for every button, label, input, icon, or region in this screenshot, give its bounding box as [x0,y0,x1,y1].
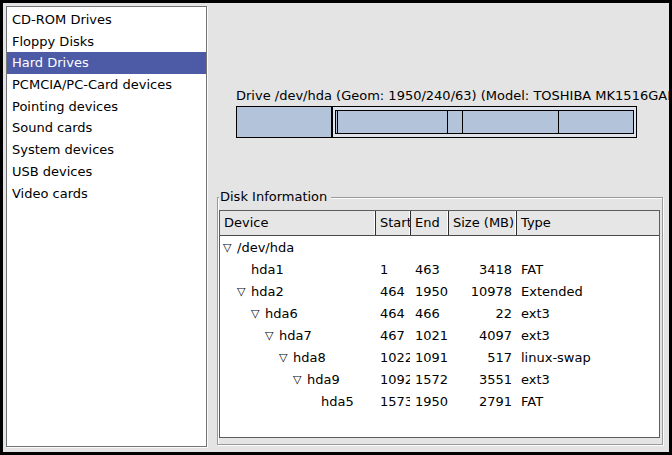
device-cell: ▽ hda6 [220,303,375,325]
column-header-type[interactable]: Type [516,211,659,235]
column-header-start[interactable]: Start [375,211,410,235]
size-cell: 517 [448,347,516,369]
size-cell: 10978 [448,281,516,303]
end-cell: 1950 [410,391,448,413]
table-row-hda5[interactable]: hda5 1573 1950 2791 FAT [220,391,659,413]
start-cell: 464 [375,303,410,325]
tree-indent [223,270,237,271]
size-cell: 22 [448,303,516,325]
device-name: hda9 [307,369,340,391]
column-header-size-mb[interactable]: Size (MB) [448,211,516,235]
disk-information-frame: Disk Information DeviceStartEndSize (MB)… [217,197,663,445]
tree-indent [223,292,237,293]
end-cell: 1021 [410,325,448,347]
sidebar-item-usb-devices[interactable]: USB devices [7,161,206,183]
end-cell: 466 [410,303,448,325]
table-row-hda8[interactable]: ▽ hda8 1022 1091 517 linux-swap [220,347,659,369]
partition-segment-hda7 [337,111,447,133]
start-cell: 467 [375,325,410,347]
start-cell: 1573 [375,391,410,413]
expander-triangle-icon[interactable]: ▽ [237,281,251,303]
partition-segment-hda5 [558,111,633,133]
start-cell [375,237,410,259]
expander-triangle-icon[interactable]: ▽ [223,237,237,259]
start-cell: 1 [375,259,410,281]
drive-title: Drive /dev/hda (Geom: 1950/240/63) (Mode… [236,88,646,103]
start-cell: 1092 [375,369,410,391]
logical-partition-container [335,110,634,134]
expander-triangle-icon[interactable]: ▽ [279,347,293,369]
table-row-hda1[interactable]: hda1 1 463 3418 FAT [220,259,659,281]
sidebar-item-floppy-disks[interactable]: Floppy Disks [7,31,206,53]
partition-bar [236,106,637,138]
partition-segment-hda8 [447,111,462,133]
device-name: hda5 [321,391,354,413]
table-row-hda7[interactable]: ▽ hda7 467 1021 4097 ext3 [220,325,659,347]
sidebar-item-label: Floppy Disks [12,34,94,49]
tree-indent [223,358,279,359]
end-cell: 1950 [410,281,448,303]
device-name: hda7 [279,325,312,347]
sidebar-item-label: CD-ROM Drives [12,12,112,27]
sidebar-item-hard-drives[interactable]: Hard Drives [7,52,206,74]
sidebar-item-sound-cards[interactable]: Sound cards [7,117,206,139]
device-cell: ▽ hda2 [220,281,375,303]
type-cell: linux-swap [516,347,659,369]
size-cell [448,237,516,259]
partition-segment-hda2 [332,106,637,138]
end-cell: 1572 [410,369,448,391]
device-cell: ▽ hda9 [220,369,375,391]
device-cell: ▽ hda7 [220,325,375,347]
table-row-dev-hda[interactable]: ▽ /dev/hda [220,237,659,259]
device-name: hda8 [293,347,326,369]
device-cell: hda5 [220,391,375,413]
device-name: hda6 [265,303,298,325]
device-cell: hda1 [220,259,375,281]
sidebar-item-system-devices[interactable]: System devices [7,139,206,161]
expander-triangle-icon[interactable]: ▽ [293,369,307,391]
size-cell: 3418 [448,259,516,281]
tree-indent [223,402,307,403]
disk-table: DeviceStartEndSize (MB)Type ▽ /dev/hda h… [219,210,660,438]
size-cell: 3551 [448,369,516,391]
type-cell: FAT [516,391,659,413]
sidebar-item-pcmcia-pc-card-devices[interactable]: PCMCIA/PC-Card devices [7,74,206,96]
type-cell: ext3 [516,369,659,391]
sidebar-item-video-cards[interactable]: Video cards [7,183,206,205]
sidebar-item-cd-rom-drives[interactable]: CD-ROM Drives [7,9,206,31]
disk-information-label: Disk Information [219,188,331,205]
partition-segment-hda9 [462,111,558,133]
column-header-end[interactable]: End [410,211,448,235]
disk-table-body: ▽ /dev/hda hda1 1 463 3418 FAT ▽ hda2 46… [220,236,659,413]
table-row-hda9[interactable]: ▽ hda9 1092 1572 3551 ext3 [220,369,659,391]
type-cell: ext3 [516,325,659,347]
sidebar-item-label: PCMCIA/PC-Card devices [12,77,172,92]
tree-indent [223,314,251,315]
sidebar-item-label: USB devices [12,164,92,179]
device-name: /dev/hda [237,237,294,259]
disk-table-header: DeviceStartEndSize (MB)Type [220,211,659,236]
expander-triangle-icon[interactable]: ▽ [251,303,265,325]
size-cell: 2791 [448,391,516,413]
type-cell: Extended [516,281,659,303]
size-cell: 4097 [448,325,516,347]
end-cell: 463 [410,259,448,281]
column-header-device[interactable]: Device [220,211,375,235]
device-cell: ▽ /dev/hda [220,237,375,259]
sidebar-item-pointing-devices[interactable]: Pointing devices [7,96,206,118]
start-cell: 464 [375,281,410,303]
sidebar-item-label: Video cards [12,186,88,201]
sidebar-item-label: Pointing devices [12,99,118,114]
type-cell [516,237,659,259]
tree-indent [223,336,265,337]
end-cell: 1091 [410,347,448,369]
table-row-hda6[interactable]: ▽ hda6 464 466 22 ext3 [220,303,659,325]
device-name: hda1 [251,259,284,281]
start-cell: 1022 [375,347,410,369]
table-row-hda2[interactable]: ▽ hda2 464 1950 10978 Extended [220,281,659,303]
device-cell: ▽ hda8 [220,347,375,369]
device-name: hda2 [251,281,284,303]
expander-triangle-icon[interactable]: ▽ [265,325,279,347]
device-category-list: CD-ROM Drives Floppy Disks Hard Drives P… [6,6,207,447]
sidebar-item-label: System devices [12,142,114,157]
